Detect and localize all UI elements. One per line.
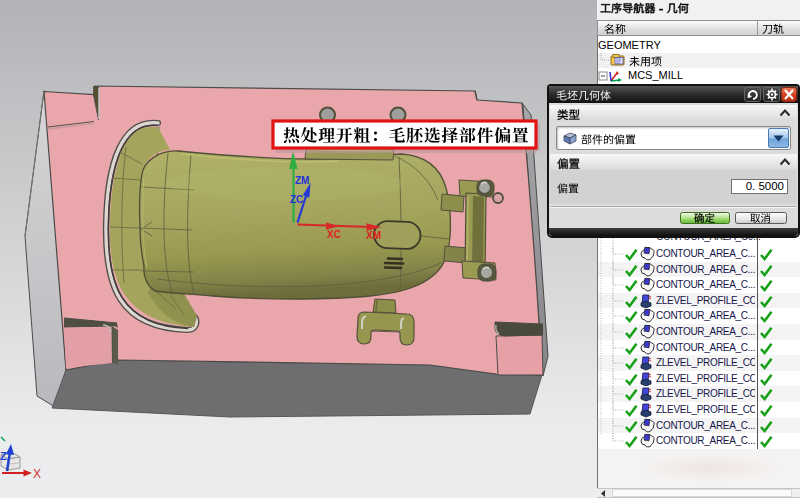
svg-text:XC: XC [327, 229, 341, 240]
svg-text:XM: XM [366, 230, 381, 241]
svg-text:X: X [33, 467, 41, 481]
svg-text:Z: Z [0, 450, 7, 462]
svg-text:ZM: ZM [295, 175, 309, 186]
svg-text:ZC: ZC [290, 194, 303, 205]
